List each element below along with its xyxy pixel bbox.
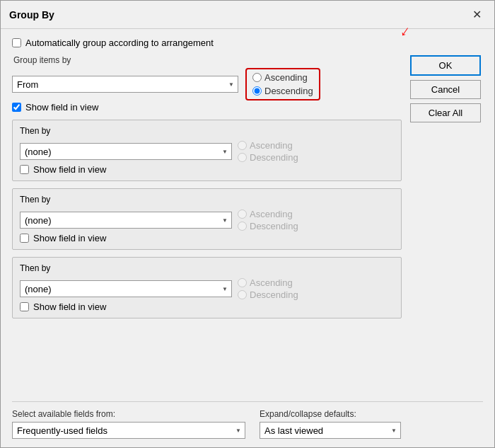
then-by-label-2: Then by	[20, 195, 394, 205]
close-button[interactable]: ✕	[468, 6, 486, 23]
then-by-inner-3: (none) From To Subject Ascending	[20, 277, 394, 300]
show-field-checkbox-1[interactable]	[20, 165, 29, 174]
then-by-select-wrapper-1: (none) From To Subject	[20, 143, 232, 160]
then-by-select-wrapper-2: (none) From To Subject	[20, 212, 232, 229]
right-panel: OK Cancel Clear All	[402, 55, 483, 401]
show-field-label-3: Show field in view	[33, 301, 106, 312]
show-field-label-main: Show field in view	[25, 102, 98, 113]
expand-collapse-field: Expand/collapse defaults: As last viewed…	[260, 409, 401, 439]
show-field-row-2: Show field in view	[20, 233, 394, 243]
expand-collapse-select[interactable]: As last viewed All expanded All collapse…	[260, 422, 401, 439]
group-items-section: Group items by From To Subject Date Size	[12, 55, 402, 113]
group-by-select[interactable]: From To Subject Date Size	[12, 76, 238, 93]
then-by-inner-1: (none) From To Subject Ascending	[20, 140, 394, 163]
show-field-checkbox-main[interactable]	[12, 103, 21, 112]
then-by-box-2: Then by (none) From To Subject	[12, 188, 402, 250]
show-field-row-3: Show field in view	[20, 301, 394, 312]
sort-order-3: Ascending Descending	[238, 277, 298, 300]
select-fields-field: Select available fields from: Frequently…	[12, 409, 245, 439]
ascending-radio-1[interactable]	[238, 141, 247, 150]
auto-group-checkbox[interactable]	[12, 38, 21, 47]
then-by-label-3: Then by	[20, 263, 394, 273]
then-by-select-wrapper-3: (none) From To Subject	[20, 280, 232, 297]
group-items-header: From To Subject Date Size Ascending	[12, 68, 402, 100]
then-by-select-2[interactable]: (none) From To Subject	[20, 212, 232, 229]
sort-order-2: Ascending Descending	[238, 209, 298, 231]
group-by-select-wrapper: From To Subject Date Size	[12, 76, 238, 93]
show-field-checkbox-2[interactable]	[20, 234, 29, 243]
group-by-dialog: Group By ✕ ↓ Automatically group accordi…	[0, 0, 495, 448]
then-by-inner-2: (none) From To Subject Ascending	[20, 209, 394, 231]
main-content: Group items by From To Subject Date Size	[12, 55, 483, 401]
then-by-box-1: Then by (none) From To Subject	[12, 120, 402, 181]
ascending-radio-label[interactable]: Ascending	[252, 72, 313, 83]
show-field-label-2: Show field in view	[33, 233, 106, 243]
show-field-checkbox-3[interactable]	[20, 302, 29, 311]
descending-radio-2[interactable]	[238, 222, 247, 231]
descending-radio-1[interactable]	[238, 153, 247, 162]
ascending-radio-3[interactable]	[238, 278, 247, 287]
sort-order-highlighted: Ascending Descending	[245, 68, 320, 100]
dialog-title: Group By	[9, 9, 54, 21]
then-by-box-3: Then by (none) From To Subject	[12, 257, 402, 318]
show-field-row-1: Show field in view	[20, 164, 394, 175]
then-by-label-1: Then by	[20, 126, 394, 136]
expand-collapse-wrapper: As last viewed All expanded All collapse…	[260, 422, 401, 439]
title-bar: Group By ✕	[1, 1, 494, 29]
descending-radio-3[interactable]	[238, 290, 247, 299]
group-items-label: Group items by	[13, 55, 402, 65]
sort-order-1: Ascending Descending	[238, 140, 298, 163]
ascending-radio-label-1[interactable]: Ascending	[238, 140, 298, 151]
ascending-radio[interactable]	[252, 73, 262, 82]
select-fields-wrapper: Frequently-used fields All Mail fields U…	[12, 422, 245, 439]
expand-collapse-label: Expand/collapse defaults:	[260, 409, 401, 419]
descending-radio-label-1[interactable]: Descending	[238, 152, 298, 163]
descending-radio-label[interactable]: Descending	[252, 86, 313, 96]
clear-all-button[interactable]: Clear All	[410, 103, 481, 122]
descending-radio[interactable]	[252, 86, 262, 96]
show-field-label-1: Show field in view	[33, 164, 106, 175]
then-by-select-3[interactable]: (none) From To Subject	[20, 280, 232, 297]
auto-group-label: Automatically group according to arrange…	[25, 38, 214, 48]
ascending-radio-label-2[interactable]: Ascending	[238, 209, 298, 219]
select-fields-select[interactable]: Frequently-used fields All Mail fields U…	[12, 422, 245, 439]
bottom-section: Select available fields from: Frequently…	[12, 401, 483, 439]
then-by-select-1[interactable]: (none) From To Subject	[20, 143, 232, 160]
dialog-body: Automatically group according to arrange…	[1, 29, 494, 447]
ascending-radio-2[interactable]	[238, 209, 247, 219]
select-fields-label: Select available fields from:	[12, 409, 245, 419]
descending-radio-label-2[interactable]: Descending	[238, 221, 298, 231]
ok-button[interactable]: OK	[410, 55, 481, 76]
descending-radio-label-3[interactable]: Descending	[238, 289, 298, 300]
show-field-row-main: Show field in view	[12, 102, 402, 113]
cancel-button[interactable]: Cancel	[410, 80, 481, 99]
left-panel: Group items by From To Subject Date Size	[12, 55, 402, 401]
auto-group-row: Automatically group according to arrange…	[12, 38, 483, 48]
ascending-radio-label-3[interactable]: Ascending	[238, 277, 298, 288]
